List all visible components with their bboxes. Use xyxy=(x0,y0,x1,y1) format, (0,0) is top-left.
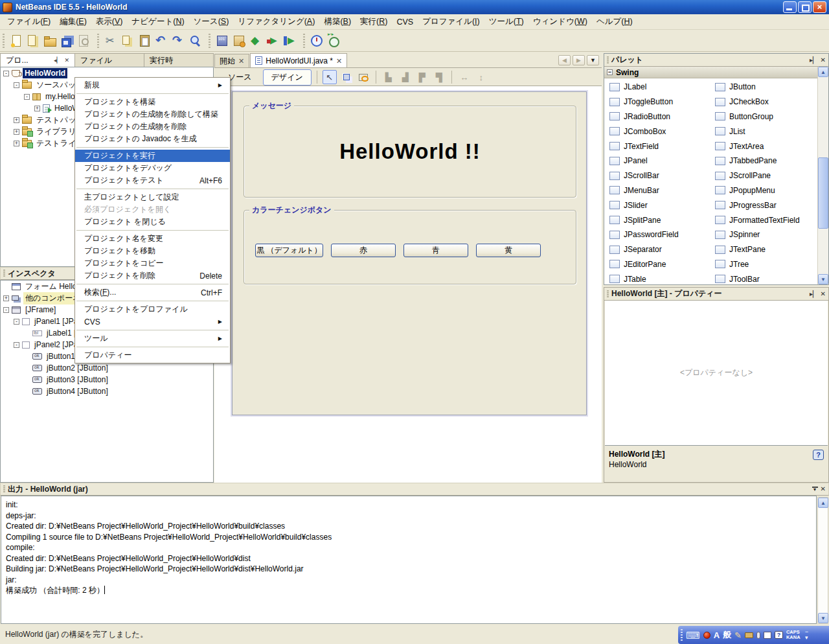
palette-item-jmenubar[interactable]: JMenuBar xyxy=(606,186,711,195)
menubar-item-1[interactable]: 編集(E) xyxy=(55,14,91,29)
context-menu-item-4[interactable]: プロジェクトの生成物を削除 xyxy=(75,121,230,133)
copy-icon[interactable] xyxy=(120,33,135,49)
expander-icon[interactable]: + xyxy=(3,295,9,301)
close-icon[interactable]: ✕ xyxy=(821,290,826,298)
build-main-project-icon[interactable] xyxy=(248,33,264,49)
editor-tab-1[interactable]: HelloWorldUI.java *✕ xyxy=(250,53,347,67)
context-menu-item-2[interactable]: プロジェクトを構築 xyxy=(75,96,230,108)
grip-icon[interactable] xyxy=(607,56,609,64)
find-icon[interactable] xyxy=(187,33,203,49)
palette-item-jlabel[interactable]: JLabel xyxy=(606,82,711,91)
palette-item-jscrollpane[interactable]: JScrollPane xyxy=(711,171,817,180)
expander-icon[interactable]: - xyxy=(14,342,19,348)
palette-item-jseparator[interactable]: JSeparator xyxy=(606,245,711,254)
connection-mode-icon[interactable] xyxy=(339,70,354,84)
grip-icon[interactable] xyxy=(3,270,5,277)
output-console[interactable]: init:deps-jar:Created dir: D:¥NetBeans P… xyxy=(1,496,817,624)
color-change-group[interactable]: カラーチェンジボタン 黒 （デフォルト）赤青黄 xyxy=(244,210,576,284)
tab-runtime[interactable]: 実行時 xyxy=(144,53,214,67)
grip-icon[interactable] xyxy=(607,290,609,298)
close-icon[interactable]: ✕ xyxy=(64,57,69,63)
context-menu-item-25[interactable]: ツール▶ xyxy=(75,332,230,345)
scroll-thumb[interactable] xyxy=(818,157,828,229)
ime-pen-icon[interactable]: ✎ xyxy=(734,630,742,640)
close-icon[interactable]: ✕ xyxy=(821,56,826,64)
scroll-down-icon[interactable]: ▼ xyxy=(818,613,828,623)
palette-scrollbar[interactable]: ▲ ▼ xyxy=(817,67,828,284)
page-magnifier-icon[interactable] xyxy=(76,33,91,49)
restore-button[interactable] xyxy=(798,1,812,13)
design-canvas[interactable]: メッセージ HelloWorld !! カラーチェンジボタン 黒 （デフォルト）… xyxy=(214,86,602,483)
palette-item-jbutton[interactable]: JButton xyxy=(711,82,817,91)
editor-tab-0[interactable]: 開始✕ xyxy=(214,54,249,67)
output-scrollbar[interactable]: ▲ ▼ xyxy=(817,497,828,624)
tab-files[interactable]: ファイル xyxy=(75,53,144,67)
ime-options-icon[interactable]: ▾ xyxy=(805,635,808,641)
new-file-icon[interactable] xyxy=(8,33,24,49)
build-project-icon[interactable] xyxy=(214,33,230,49)
close-button[interactable]: × xyxy=(813,1,826,13)
palette-item-jtextarea[interactable]: JTextArea xyxy=(711,142,817,151)
menubar-item-2[interactable]: 表示(V) xyxy=(91,14,128,29)
close-tab-icon[interactable]: ✕ xyxy=(336,58,342,64)
context-menu-item-20[interactable]: 検索(F)...Ctrl+F xyxy=(75,286,230,299)
auto-hide-icon[interactable]: ▸▏ xyxy=(810,290,818,298)
scroll-up-icon[interactable]: ▲ xyxy=(818,67,828,77)
expander-icon[interactable]: - xyxy=(3,71,9,76)
context-menu-item-23[interactable]: CVS▶ xyxy=(75,316,230,328)
color-button-3[interactable]: 黄 xyxy=(476,244,541,257)
expander-icon[interactable]: + xyxy=(14,117,19,123)
message-group[interactable]: メッセージ HelloWorld !! xyxy=(244,106,576,198)
expander-icon[interactable]: - xyxy=(14,319,19,325)
redo-icon[interactable] xyxy=(170,33,186,49)
palette-item-jcombobox[interactable]: JComboBox xyxy=(606,127,711,136)
context-menu-item-27[interactable]: プロパティー xyxy=(75,349,230,362)
run-main-project-icon[interactable] xyxy=(282,33,297,49)
context-menu-item-0[interactable]: 新規▶ xyxy=(75,79,230,91)
palette-item-jlist[interactable]: JList xyxy=(711,127,817,136)
palette-item-jtextfield[interactable]: JTextField xyxy=(606,142,711,151)
context-menu-item-15[interactable]: プロジェクト名を変更 xyxy=(75,233,230,245)
minimize-button[interactable] xyxy=(783,1,797,13)
palette-item-jprogressbar[interactable]: JProgressBar xyxy=(711,201,817,210)
palette-item-jeditorpane[interactable]: JEditorPane xyxy=(606,260,711,269)
palette-item-jspinner[interactable]: JSpinner xyxy=(711,230,817,239)
menubar-item-3[interactable]: ナビゲート(N) xyxy=(128,14,189,29)
grip-icon[interactable] xyxy=(681,629,683,641)
palette-item-jtogglebutton[interactable]: JToggleButton xyxy=(606,97,711,106)
profiler-clock-icon[interactable] xyxy=(309,33,324,49)
microphone-icon[interactable] xyxy=(756,632,760,639)
menubar-item-10[interactable]: ツール(T) xyxy=(484,14,528,29)
auto-hide-icon[interactable]: ▸▏ xyxy=(810,56,818,64)
palette-item-jtoolbar[interactable]: JToolBar xyxy=(711,275,817,284)
scroll-up-icon[interactable]: ▲ xyxy=(818,498,828,508)
form-jframe[interactable]: メッセージ HelloWorld !! カラーチェンジボタン 黒 （デフォルト）… xyxy=(232,91,587,415)
palette-item-jpopupmenu[interactable]: JPopupMenu xyxy=(711,186,817,195)
palette-item-buttongroup[interactable]: ButtonGroup xyxy=(711,112,817,121)
undo-icon[interactable] xyxy=(153,33,169,49)
palette-category-swing[interactable]: − Swing xyxy=(604,67,817,78)
dock-minimize-icon[interactable]: ◂▏ xyxy=(54,57,61,63)
keyboard-icon[interactable]: ⌨ xyxy=(686,630,700,640)
menubar-item-12[interactable]: ヘルプ(H) xyxy=(592,14,637,29)
minimize-window-icon[interactable]: ▾ xyxy=(812,487,818,492)
context-menu-item-3[interactable]: プロジェクトの生成物を削除して構築 xyxy=(75,108,230,121)
hello-world-label[interactable]: HelloWorld !! xyxy=(339,139,481,164)
context-menu-item-5[interactable]: プロジェクトの Javadoc を生成 xyxy=(75,133,230,145)
expander-icon[interactable]: - xyxy=(14,82,19,88)
save-all-icon[interactable] xyxy=(59,33,74,49)
palette-item-jformattedtextfield[interactable]: JFormattedTextField xyxy=(711,216,817,225)
context-menu-item-18[interactable]: プロジェクトを削除Delete xyxy=(75,270,230,282)
palette-item-jpanel[interactable]: JPanel xyxy=(606,156,711,165)
context-menu-item-9[interactable]: プロジェクトをテストAlt+F6 xyxy=(75,174,230,187)
expander-icon[interactable]: + xyxy=(14,141,19,146)
context-menu-item-8[interactable]: プロジェクトをデバッグ xyxy=(75,162,230,174)
context-menu-item-11[interactable]: 主プロジェクトとして設定 xyxy=(75,191,230,203)
menubar-item-8[interactable]: CVS xyxy=(392,16,418,29)
close-icon[interactable]: ✕ xyxy=(821,485,826,493)
cut-icon[interactable] xyxy=(103,33,119,49)
scroll-tabs-left-icon[interactable]: ◀ xyxy=(558,55,571,65)
tab-projects[interactable]: プロ... ◂▏ ✕ xyxy=(0,53,75,67)
palette-item-jslider[interactable]: JSlider xyxy=(606,201,711,210)
color-button-0[interactable]: 黒 （デフォルト） xyxy=(255,244,323,257)
